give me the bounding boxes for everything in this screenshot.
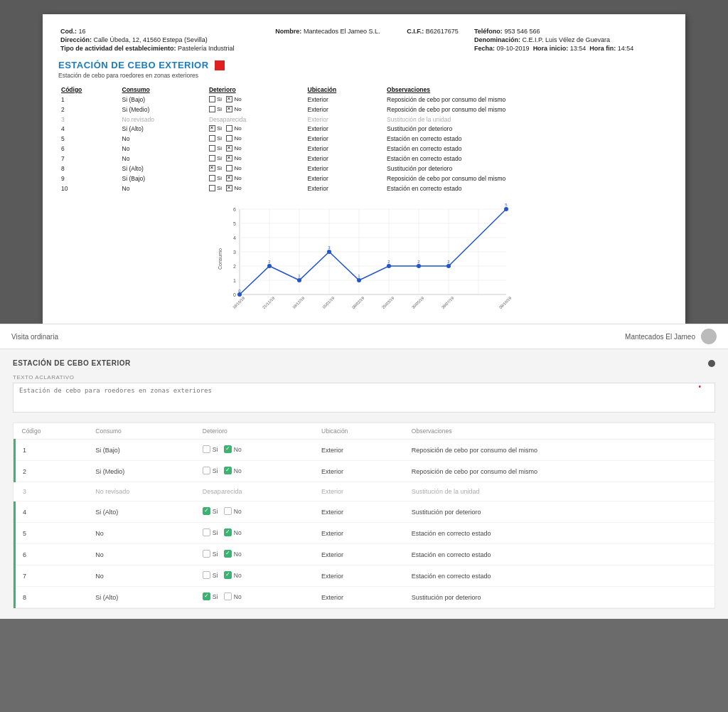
table-row-deterioro: Si No [206, 144, 305, 154]
svg-text:28/07/19: 28/07/19 [441, 296, 454, 309]
table-row-code: 3 [58, 115, 119, 124]
ui-table-container: Código Consumo Deterioro Ubicación Obser… [13, 423, 715, 609]
ui-cb-si[interactable] [203, 550, 210, 558]
options-icon[interactable] [708, 360, 715, 367]
ui-cb-no-label: No [234, 508, 242, 515]
table-row-ubicacion: Exterior [305, 184, 385, 193]
avatar [701, 329, 717, 344]
ui-row-obs: Estación en correcto estado [405, 523, 714, 544]
table-row-deterioro: Si No [206, 164, 305, 174]
ui-cb-no[interactable] [224, 550, 232, 558]
table-row-ubicacion: Exterior [305, 115, 385, 124]
svg-text:15/01/19: 15/01/19 [321, 296, 335, 309]
ui-row-consumo: No [88, 523, 196, 544]
texto-textarea[interactable] [13, 383, 715, 413]
fecha-label: Fecha: [474, 45, 495, 52]
svg-point-28 [357, 278, 361, 282]
ui-cb-si-label: Si [213, 529, 218, 536]
ui-row-ubicacion: Exterior [314, 587, 405, 608]
svg-text:18/12/18: 18/12/18 [291, 296, 305, 309]
table-row-code: 2 [58, 105, 119, 115]
ui-row-deterioro: Si No [196, 461, 314, 482]
line-chart: Consumo 6 5 4 3 2 1 0 [215, 202, 513, 312]
ui-cb-si[interactable] [203, 507, 210, 515]
telefono-label: Teléfono: [474, 28, 503, 35]
svg-text:21/11/18: 21/11/18 [262, 296, 275, 309]
ui-cb-no[interactable] [224, 445, 232, 453]
ui-row-code: 4 [15, 501, 89, 523]
ui-cb-si-label: Si [213, 572, 218, 579]
ui-row-code: 5 [15, 523, 89, 544]
ui-row-deterioro: Desaparecida [196, 482, 314, 501]
table-row-obs: Estación en correcto estado [384, 184, 670, 193]
cod-value: 16 [79, 28, 86, 35]
ui-top-bar-right: Mantecados El Jameo [625, 329, 717, 344]
ui-cb-no[interactable] [224, 467, 232, 474]
telefono-value: 953 546 566 [504, 28, 540, 35]
tipo-value: Pastelería Industrial [178, 45, 235, 52]
table-row-obs: Sustitución de la unidad [384, 115, 670, 124]
document-wrapper: Cod.: 16 Nombre: Mantecados El Jameo S.L… [0, 0, 728, 324]
col-header-deterioro: Deterioro [206, 85, 305, 95]
ui-cb-si[interactable] [203, 445, 210, 453]
user-label: Mantecados El Jameo [625, 333, 695, 341]
table-row-code: 8 [58, 164, 119, 174]
col-header-observaciones: Observaciones [384, 85, 670, 95]
ui-row-consumo: Si (Bajo) [88, 440, 196, 461]
ui-cb-no[interactable] [224, 528, 232, 536]
svg-text:0: 0 [233, 292, 236, 297]
svg-text:5: 5 [233, 221, 236, 226]
ui-cb-no[interactable] [224, 593, 232, 600]
ui-col-observaciones: Observaciones [405, 423, 714, 440]
ui-col-consumo: Consumo [88, 423, 196, 440]
ui-row-ubicacion: Exterior [314, 440, 405, 461]
ui-row-code: 2 [15, 461, 89, 482]
required-marker: • [698, 383, 701, 390]
ui-cb-no[interactable] [224, 571, 232, 579]
table-row-code: 4 [58, 124, 119, 134]
ui-section-header: ESTACIÓN DE CEBO EXTERIOR [13, 359, 715, 367]
ui-panel: Visita ordinaria Mantecados El Jameo EST… [0, 324, 728, 619]
svg-text:2: 2 [387, 260, 390, 264]
ui-cb-no[interactable] [224, 507, 232, 515]
svg-text:25/03/19: 25/03/19 [381, 296, 395, 309]
table-row-deterioro: Si No [206, 184, 305, 193]
table-row-obs: Estación en correcto estado [384, 144, 670, 154]
svg-text:6: 6 [233, 207, 236, 212]
svg-text:3: 3 [328, 245, 331, 250]
svg-text:4: 4 [233, 235, 236, 240]
ui-row-consumo: No [88, 565, 196, 587]
ui-row-deterioro: Si No [196, 501, 314, 523]
table-row-deterioro: Si No [206, 174, 305, 184]
direccion-value: Calle Úbeda, 12, 41560 Estepa (Sevilla) [94, 36, 208, 43]
table-row-deterioro: Si No [206, 95, 305, 105]
table-row-ubicacion: Exterior [305, 144, 385, 154]
ui-row-consumo: No [88, 544, 196, 565]
ui-cb-si[interactable] [203, 467, 210, 474]
ui-col-deterioro: Deterioro [196, 423, 314, 440]
ui-row-ubicacion: Exterior [314, 565, 405, 587]
svg-text:5: 5 [505, 203, 508, 207]
svg-point-30 [417, 264, 421, 268]
ui-row-obs: Reposición de cebo por consumo del mismo [405, 440, 714, 461]
ui-row-obs: Estación en correcto estado [405, 565, 714, 587]
table-row-consumo: No [119, 184, 206, 193]
svg-point-31 [446, 264, 451, 268]
textarea-wrapper: • [13, 383, 715, 415]
col-header-codigo: Código [58, 85, 119, 95]
ui-row-ubicacion: Exterior [314, 523, 405, 544]
table-row-obs: Estación en correcto estado [384, 134, 670, 144]
table-row-deterioro: Desaparecida [206, 115, 305, 124]
table-row-obs: Sustitución por deterioro [384, 124, 670, 134]
texto-form-group: TEXTO ACLARATIVO • [13, 374, 715, 415]
table-row-code: 6 [58, 144, 119, 154]
ui-cb-si[interactable] [203, 593, 210, 600]
ui-cb-si[interactable] [203, 528, 210, 536]
ui-cb-si[interactable] [203, 571, 210, 579]
hora-inicio-value: 13:54 [570, 45, 587, 52]
table-row-consumo: Si (Alto) [119, 164, 206, 174]
svg-point-32 [504, 207, 508, 211]
table-row-consumo: Si (Medio) [119, 105, 206, 115]
visit-label: Visita ordinaria [11, 333, 58, 341]
table-row-code: 9 [58, 174, 119, 184]
